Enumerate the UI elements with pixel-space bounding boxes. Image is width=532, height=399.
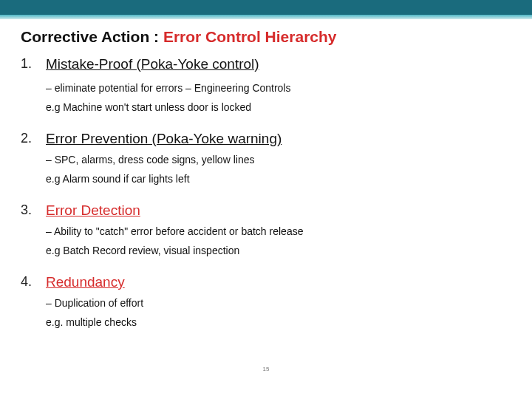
item-description: – eliminate potential for errors – Engin… [46, 81, 511, 95]
item-example: e.g Alarm sound if car lights left [46, 173, 511, 185]
top-accent-bar [0, 0, 532, 15]
item-description: – Ability to "catch" error before accide… [46, 225, 511, 239]
list-item: Redundancy – Duplication of effort e.g. … [21, 274, 511, 328]
list-item: Error Prevention (Poka-Yoke warning) – S… [21, 131, 511, 185]
list-item: Error Detection – Ability to "catch" err… [21, 202, 511, 256]
page-number: 15 [263, 366, 270, 372]
title-part-red: Error Control Hierarchy [163, 28, 337, 45]
title-part-black: Corrective Action : [21, 28, 163, 45]
item-example: e.g Batch Record review, visual inspecti… [46, 245, 511, 256]
hierarchy-list: Mistake-Proof (Poka-Yoke control) – elim… [21, 56, 511, 328]
item-heading: Mistake-Proof (Poka-Yoke control) [46, 56, 259, 72]
item-heading: Error Detection [46, 202, 140, 219]
item-heading: Error Prevention (Poka-Yoke warning) [46, 131, 282, 147]
item-description: – SPC, alarms, dress code signs, yellow … [46, 153, 511, 167]
item-description: – Duplication of effort [46, 296, 511, 310]
slide-content: Corrective Action : Error Control Hierar… [0, 15, 532, 353]
list-item: Mistake-Proof (Poka-Yoke control) – elim… [21, 56, 511, 113]
item-heading: Redundancy [46, 274, 125, 290]
slide-title: Corrective Action : Error Control Hierar… [21, 28, 511, 46]
item-example: e.g Machine won't start unless door is l… [46, 101, 511, 113]
item-example: e.g. multiple checks [46, 316, 511, 328]
